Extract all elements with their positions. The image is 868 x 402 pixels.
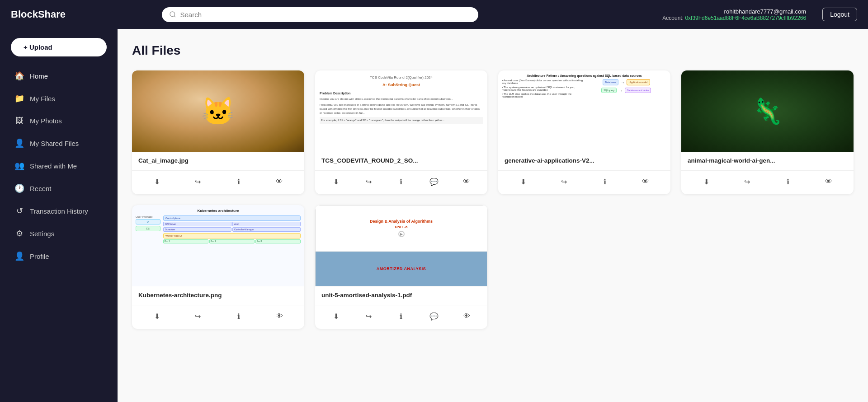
info-btn-tcs[interactable]: ℹ bbox=[394, 174, 408, 189]
svg-point-0 bbox=[170, 12, 175, 17]
view-btn-cat[interactable]: 👁 bbox=[272, 174, 287, 189]
search-container bbox=[162, 7, 478, 22]
sidebar-item-home[interactable]: 🏠 Home bbox=[4, 65, 114, 86]
file-actions-animal: ⬇ ↪ ℹ 👁 bbox=[681, 170, 854, 194]
recent-icon: 🕐 bbox=[14, 183, 24, 193]
app-logo: BlockShare bbox=[11, 9, 66, 20]
file-name-arch: generative-ai-applications-V2... bbox=[505, 157, 664, 164]
file-actions-cat: ⬇ ↪ ℹ 👁 bbox=[132, 170, 304, 194]
view-btn-k8s[interactable]: 👁 bbox=[272, 309, 287, 323]
file-name-k8s: Kubernetes-architecture.png bbox=[138, 292, 298, 299]
info-btn-cat[interactable]: ℹ bbox=[231, 174, 246, 189]
file-actions-tcs: ⬇ ↪ ℹ 💬 👁 bbox=[315, 170, 487, 194]
share-btn-algo[interactable]: ↪ bbox=[361, 309, 376, 323]
sidebar-label-profile: Profile bbox=[30, 252, 49, 260]
topnav: BlockShare rohitbhandare7777@gmail.com A… bbox=[0, 0, 868, 29]
svg-line-1 bbox=[175, 16, 176, 17]
download-btn-cat[interactable]: ⬇ bbox=[150, 174, 164, 189]
view-btn-algo[interactable]: 👁 bbox=[459, 309, 474, 323]
upload-button[interactable]: + Upload bbox=[11, 38, 107, 56]
file-thumbnail-arch: Architecture Pattern : Answering questio… bbox=[498, 70, 670, 152]
sidebar-item-transaction-history[interactable]: ↺ Transaction History bbox=[4, 201, 114, 221]
download-btn-tcs[interactable]: ⬇ bbox=[329, 174, 343, 189]
download-btn-animal[interactable]: ⬇ bbox=[699, 174, 713, 189]
file-thumbnail-animal: 🦎 bbox=[681, 70, 854, 152]
sidebar-label-my-shared-files: My Shared Files bbox=[30, 140, 79, 147]
file-thumbnail-cat: 🐱 bbox=[132, 70, 304, 152]
history-icon: ↺ bbox=[14, 206, 24, 216]
file-actions-algo: ⬇ ↪ ℹ 💬 👁 bbox=[315, 305, 487, 329]
cat-image: 🐱 bbox=[132, 70, 304, 152]
view-btn-arch[interactable]: 👁 bbox=[638, 174, 653, 189]
logout-button[interactable]: Logout bbox=[822, 8, 857, 21]
file-card-cat: 🐱 Cat_ai_image.jpg ⬇ ↪ ℹ 👁 bbox=[132, 70, 304, 194]
sidebar-item-my-photos[interactable]: 🖼 My Photos bbox=[4, 111, 114, 131]
sidebar-item-profile[interactable]: 👤 Profile bbox=[4, 246, 114, 266]
share-btn-tcs[interactable]: ↪ bbox=[361, 174, 376, 189]
settings-icon: ⚙ bbox=[14, 229, 24, 238]
photos-icon: 🖼 bbox=[14, 116, 24, 126]
sidebar-label-my-photos: My Photos bbox=[30, 117, 62, 125]
main-content: All Files 🐱 Cat_ai_image.jpg ⬇ ↪ ℹ 👁 bbox=[118, 29, 868, 402]
files-grid: 🐱 Cat_ai_image.jpg ⬇ ↪ ℹ 👁 TCS CodeVita … bbox=[132, 70, 854, 329]
sidebar-item-my-files[interactable]: 📁 My Files bbox=[4, 88, 114, 109]
file-card-arch: Architecture Pattern : Answering questio… bbox=[498, 70, 670, 194]
sidebar-label-recent: Recent bbox=[30, 185, 52, 192]
sidebar-label-my-files: My Files bbox=[30, 95, 55, 103]
file-info-k8s: Kubernetes-architecture.png bbox=[132, 286, 304, 305]
file-card-tcs: TCS CodeVita Round-2(Qualifier) 2024 A: … bbox=[315, 70, 487, 194]
file-info-animal: animal-magical-world-ai-gen... bbox=[681, 152, 854, 170]
file-name-algo: unit-5-amortised-analysis-1.pdf bbox=[321, 292, 481, 299]
file-info-algo: unit-5-amortised-analysis-1.pdf bbox=[315, 286, 487, 305]
download-btn-arch[interactable]: ⬇ bbox=[516, 174, 530, 189]
file-info-cat: Cat_ai_image.jpg bbox=[132, 152, 304, 170]
comment-btn-tcs[interactable]: 💬 bbox=[427, 174, 441, 189]
layout: + Upload 🏠 Home 📁 My Files 🖼 My Photos 👤… bbox=[0, 29, 868, 402]
download-btn-k8s[interactable]: ⬇ bbox=[150, 309, 164, 323]
share-btn-animal[interactable]: ↪ bbox=[740, 174, 754, 189]
sidebar-item-settings[interactable]: ⚙ Settings bbox=[4, 223, 114, 244]
file-info-tcs: TCS_CODEVITA_ROUND_2_SO... bbox=[315, 152, 487, 170]
folder-icon: 📁 bbox=[14, 93, 24, 103]
sidebar-label-home: Home bbox=[30, 72, 48, 80]
profile-icon: 👤 bbox=[14, 251, 24, 261]
file-thumbnail-tcs: TCS CodeVita Round-2(Qualifier) 2024 A: … bbox=[315, 70, 487, 152]
file-actions-k8s: ⬇ ↪ ℹ 👁 bbox=[132, 305, 304, 329]
file-thumbnail-k8s: Kubernetes architecture User Interface U… bbox=[132, 205, 304, 286]
share-btn-cat[interactable]: ↪ bbox=[190, 174, 205, 189]
view-btn-animal[interactable]: 👁 bbox=[821, 174, 836, 189]
share-btn-arch[interactable]: ↪ bbox=[557, 174, 571, 189]
sidebar-label-transaction-history: Transaction History bbox=[30, 207, 88, 215]
download-btn-algo[interactable]: ⬇ bbox=[329, 309, 343, 323]
file-info-arch: generative-ai-applications-V2... bbox=[498, 152, 670, 170]
search-wrapper bbox=[162, 7, 478, 22]
sidebar: + Upload 🏠 Home 📁 My Files 🖼 My Photos 👤… bbox=[0, 29, 118, 402]
sidebar-item-my-shared-files[interactable]: 👤 My Shared Files bbox=[4, 133, 114, 154]
view-btn-tcs[interactable]: 👁 bbox=[459, 174, 474, 189]
sidebar-label-settings: Settings bbox=[30, 230, 54, 238]
search-icon bbox=[169, 11, 176, 18]
file-card-algo: Design & Analysis of Algorithms UNIT -5 … bbox=[315, 205, 487, 329]
home-icon: 🏠 bbox=[14, 71, 24, 81]
account-address: 0xf39Fd6e51aad88F6F4ce6aB8827279cfffb922… bbox=[685, 15, 806, 21]
user-email: rohitbhandare7777@gmail.com bbox=[662, 8, 806, 15]
shared-with-me-icon: 👥 bbox=[14, 161, 24, 171]
page-title: All Files bbox=[132, 43, 854, 58]
share-btn-k8s[interactable]: ↪ bbox=[190, 309, 205, 323]
search-input[interactable] bbox=[180, 11, 471, 19]
sidebar-item-recent[interactable]: 🕐 Recent bbox=[4, 178, 114, 199]
account-label: Account: bbox=[662, 15, 684, 21]
file-card-k8s: Kubernetes architecture User Interface U… bbox=[132, 205, 304, 329]
file-name-animal: animal-magical-world-ai-gen... bbox=[688, 157, 847, 164]
file-name-cat: Cat_ai_image.jpg bbox=[138, 157, 298, 164]
info-btn-animal[interactable]: ℹ bbox=[781, 174, 795, 189]
animal-image: 🦎 bbox=[681, 70, 854, 152]
user-info: rohitbhandare7777@gmail.com Account: 0xf… bbox=[662, 8, 806, 21]
info-btn-arch[interactable]: ℹ bbox=[598, 174, 612, 189]
info-btn-algo[interactable]: ℹ bbox=[394, 309, 408, 323]
sidebar-item-shared-with-me[interactable]: 👥 Shared with Me bbox=[4, 155, 114, 176]
comment-btn-algo[interactable]: 💬 bbox=[427, 309, 441, 323]
info-btn-k8s[interactable]: ℹ bbox=[231, 309, 246, 323]
file-actions-arch: ⬇ ↪ ℹ 👁 bbox=[498, 170, 670, 194]
file-card-animal: 🦎 animal-magical-world-ai-gen... ⬇ ↪ ℹ 👁 bbox=[681, 70, 854, 194]
